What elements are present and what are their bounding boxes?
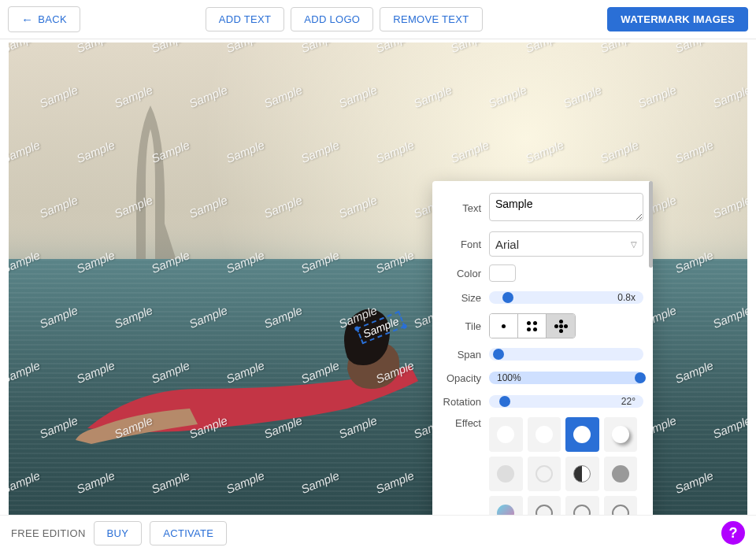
back-button[interactable]: BACK [8,6,80,32]
label-tile: Tile [442,320,489,332]
label-text: Text [442,202,489,214]
span-slider[interactable] [489,346,643,362]
effect-ring[interactable] [528,457,561,491]
arrow-left-icon [21,13,33,26]
add-text-button[interactable]: ADD TEXT [206,7,284,31]
watermark-images-button[interactable]: WATERMARK IMAGES [607,7,748,31]
image-canvas[interactable]: SampleSampleSampleSampleSampleSampleSamp… [9,43,747,523]
opacity-slider[interactable]: 100% [489,370,643,386]
text-input[interactable] [489,193,643,221]
tile-group [489,313,576,338]
panel-scrollbar[interactable] [649,181,653,523]
effect-shadow[interactable] [604,417,638,452]
font-select[interactable]: Arial ▽ [489,231,643,257]
bottom-bar: FREE EDITION BUY ACTIVATE [0,515,756,551]
activate-button[interactable]: ACTIVATE [150,521,227,545]
add-logo-button[interactable]: ADD LOGO [291,7,373,31]
tile-diamond[interactable] [547,314,575,338]
effect-plain-white[interactable] [489,417,523,452]
rotation-slider[interactable]: 22° [489,394,643,409]
label-size: Size [442,292,489,304]
effect-half[interactable] [565,457,599,491]
buy-button[interactable]: BUY [94,521,143,545]
help-button[interactable]: ? [721,521,745,545]
swimmer [72,271,426,468]
chevron-down-icon: ▽ [631,240,637,249]
color-picker[interactable] [489,264,516,282]
tile-single[interactable] [490,314,518,338]
edition-label: FREE EDITION [11,527,86,539]
size-slider[interactable]: 0.8x [489,290,643,305]
effect-grey-solid[interactable] [604,457,638,491]
label-effect: Effect [442,417,489,429]
building-silhouette [119,105,182,263]
rotation-value: 22° [621,396,636,407]
effect-plain-white-2[interactable] [528,417,561,452]
watermark-panel: Text Font Arial ▽ Color Size 0.8x [432,181,653,523]
back-label: BACK [38,13,67,25]
remove-text-button[interactable]: REMOVE TEXT [380,7,482,31]
effect-grey[interactable] [489,457,523,491]
effects-grid [489,417,643,523]
label-rotation: Rotation [442,396,489,408]
label-color: Color [442,268,489,279]
font-value: Arial [495,238,519,251]
effect-solid-white[interactable] [565,417,599,452]
label-font: Font [442,239,489,250]
label-opacity: Opacity [442,372,489,384]
tile-grid[interactable] [518,314,547,338]
opacity-value: 100% [497,372,521,383]
label-span: Span [442,349,489,361]
size-value: 0.8x [617,292,636,303]
